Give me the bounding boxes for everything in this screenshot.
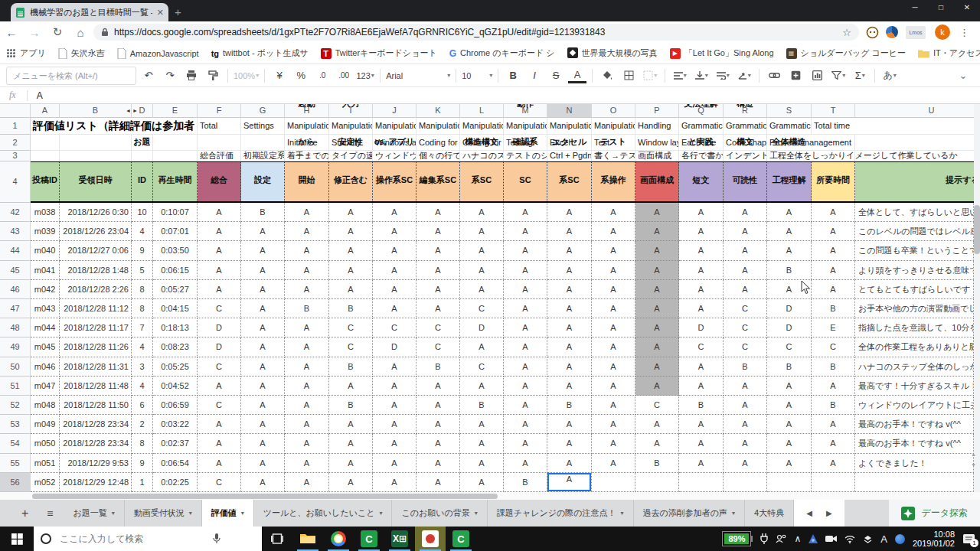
cell-id-m045[interactable]: m045 — [31, 337, 60, 357]
row-header-51[interactable]: 51 — [0, 377, 31, 396]
dropbox-tray-icon[interactable] — [863, 535, 873, 543]
cell-grade-J48[interactable]: C — [373, 318, 416, 337]
cell-grade-H46[interactable]: A — [285, 280, 329, 299]
cell-grade-N50[interactable]: A — [547, 357, 592, 377]
cell-grade-H52[interactable]: A — [285, 396, 329, 415]
cell-grade-S56[interactable] — [767, 473, 812, 492]
cell-time[interactable]: 0:06:59 — [153, 396, 198, 415]
cell-grade-N55[interactable]: A — [547, 454, 592, 473]
column-header-E[interactable]: E — [153, 104, 198, 118]
fill-color-icon[interactable] — [598, 67, 616, 85]
number-format-select[interactable]: 123▾ — [356, 67, 374, 85]
cell-grade-H49[interactable]: A — [285, 337, 329, 357]
cell-grade-G45[interactable]: A — [241, 261, 285, 280]
window-minimize-button[interactable]: ─ — [902, 0, 928, 15]
cell-grade-L49[interactable]: A — [460, 337, 504, 357]
cell-grade-F54[interactable]: A — [198, 434, 241, 453]
cell-grade-R47[interactable]: C — [724, 299, 767, 318]
cell-grade-S50[interactable]: B — [767, 357, 812, 377]
cell-time[interactable]: 0:06:54 — [153, 454, 198, 473]
row-header-56[interactable]: 56 — [0, 473, 31, 492]
column-header-U[interactable]: U — [855, 104, 980, 118]
sheet-tab-2[interactable]: 動画受付状況▾ — [125, 500, 202, 527]
format-percent-button[interactable]: % — [292, 67, 310, 85]
decrease-decimal-button[interactable]: .0 — [313, 67, 332, 85]
cell-comment[interactable]: ウィンドウのレイアウトに工夫 — [855, 396, 974, 415]
bookmark-item[interactable]: ▶「Let It Go」Sing Along — [670, 47, 774, 59]
column-header-G[interactable]: G — [241, 104, 285, 118]
paint-format-icon[interactable] — [204, 67, 222, 85]
row-header-45[interactable]: 45 — [0, 261, 31, 280]
cell-odai-id[interactable]: 4 — [132, 377, 153, 396]
cell-grade-O48[interactable]: A — [592, 318, 635, 337]
task-view-button[interactable] — [262, 527, 292, 551]
column-header-F[interactable]: F — [198, 104, 241, 118]
cell-F2[interactable] — [198, 135, 241, 151]
cell-date[interactable]: 2018/12/28 23:34 — [60, 434, 132, 453]
cell-grade-G42[interactable]: B — [241, 203, 285, 222]
column-header-K[interactable]: K — [416, 104, 460, 118]
bookmark-item[interactable]: IT・アクセス解析等 — [918, 47, 980, 59]
power-plug-icon[interactable] — [760, 533, 768, 544]
cell-grade-J53[interactable]: A — [373, 415, 416, 434]
insert-link-icon[interactable] — [765, 67, 783, 85]
cell-grade-I56[interactable]: A — [329, 473, 373, 492]
bookmark-item[interactable]: TTwitterキーボードショート — [321, 47, 437, 59]
cell-odai-id[interactable]: 7 — [132, 318, 153, 337]
cell-grade-I42[interactable]: A — [329, 203, 373, 222]
gom-player-icon[interactable] — [415, 527, 446, 551]
cell-date[interactable]: 2018/12/28 11:17 — [60, 318, 132, 337]
increase-decimal-button[interactable]: .00 — [335, 67, 353, 85]
cell-id-m040[interactable]: m040 — [31, 241, 60, 260]
horizontal-align-icon[interactable]: ▾ — [671, 67, 689, 85]
cell-time[interactable]: 0:05:27 — [153, 280, 198, 299]
scroll-down-arrow[interactable]: ▼ — [971, 462, 976, 468]
cell-grade-S53[interactable]: A — [767, 415, 812, 434]
column-header-T[interactable]: T — [812, 104, 855, 118]
cell-grade-I51[interactable]: A — [329, 377, 373, 396]
cell-B2[interactable] — [60, 135, 132, 151]
cell-odai-id[interactable]: 2 — [132, 415, 153, 434]
cell-T1[interactable]: Total time — [812, 118, 855, 135]
hidden-icons-chevron[interactable]: ∧ — [794, 533, 801, 544]
cell-grade-G53[interactable]: A — [241, 415, 285, 434]
taskbar-search[interactable] — [34, 527, 262, 551]
row-header-55[interactable]: 55 — [0, 454, 31, 473]
cell-grade-O52[interactable]: A — [592, 396, 635, 415]
cell-grade-M54[interactable]: A — [504, 434, 547, 453]
cell-date[interactable]: 2018/12/28 11:12 — [60, 299, 132, 318]
account-avatar[interactable]: k — [935, 24, 950, 40]
cell-grade-Q48[interactable]: D — [679, 318, 724, 337]
filter-icon[interactable]: ▾ — [829, 67, 848, 85]
cell-grade-N48[interactable]: A — [547, 318, 592, 337]
sheet-tab-4[interactable]: ツールと、お願いしたいこと▾ — [254, 500, 393, 527]
cell-grade-J50[interactable]: A — [373, 357, 416, 377]
cell-grade-K52[interactable]: A — [416, 396, 460, 415]
cell-grade-K54[interactable]: A — [416, 434, 460, 453]
cell-comment[interactable]: ハナコのステップ全体のしっか — [855, 357, 974, 377]
cell-grade-R52[interactable]: A — [724, 396, 767, 415]
hidden-column-marker[interactable]: ◄ ► — [120, 106, 143, 116]
cell-grade-G55[interactable]: A — [241, 454, 285, 473]
cell-grade-N51[interactable]: A — [547, 377, 592, 396]
notification-center-icon[interactable]: 1 — [962, 533, 975, 545]
cell-grade-T44[interactable]: A — [812, 241, 855, 260]
font-select[interactable]: Arial▾ — [386, 67, 450, 85]
cell-grade-N46[interactable]: A — [547, 280, 592, 299]
cell-grade-N54[interactable]: A — [547, 434, 592, 453]
cell-grade-F44[interactable]: A — [198, 241, 241, 260]
cell-grade-O45[interactable]: A — [592, 261, 635, 280]
add-sheet-button[interactable]: + — [0, 500, 36, 527]
cell-grade-K42[interactable]: A — [416, 203, 460, 222]
sheet-tab-menu-icon[interactable]: ▾ — [189, 510, 192, 517]
window-close-button[interactable]: ✕ — [954, 0, 980, 15]
cell-grade-Q55[interactable]: A — [679, 454, 724, 473]
row-header-54[interactable]: 54 — [0, 434, 31, 453]
cell-grade-J45[interactable]: A — [373, 261, 416, 280]
cell-grade-P43[interactable]: A — [635, 222, 679, 241]
cell-id-m048[interactable]: m048 — [31, 396, 60, 415]
cell-time[interactable]: 0:02:37 — [153, 434, 198, 453]
camera-tray-icon[interactable] — [825, 535, 837, 543]
cell-grade-M45[interactable]: A — [504, 261, 547, 280]
window-maximize-button[interactable]: □ — [928, 0, 954, 15]
